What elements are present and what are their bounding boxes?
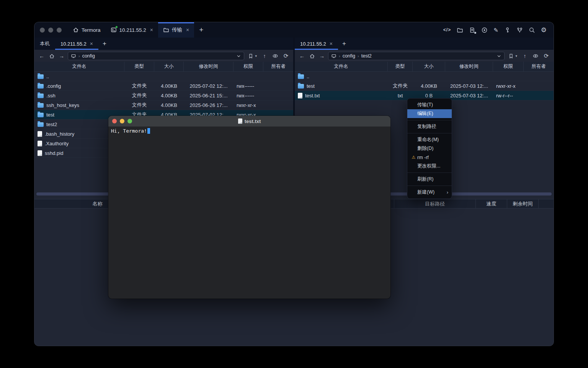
new-pane-tab-button[interactable]: +	[98, 38, 111, 50]
file-row-.config[interactable]: .config文件夹4.00KB2025-07-02 12:...rwx----…	[34, 81, 293, 91]
back-icon[interactable]: ←	[298, 53, 306, 59]
cell-perms: rwxr-xr-x	[234, 100, 263, 110]
editor-content[interactable]: Hi, Termora!	[108, 127, 390, 135]
right-pane-tools: ▾ ↑ ⟳	[507, 53, 550, 59]
folder-icon[interactable]	[457, 27, 463, 33]
log-icon[interactable]	[469, 27, 475, 33]
forward-icon[interactable]: →	[318, 53, 326, 59]
bookmark-caret-icon[interactable]: ▾	[515, 54, 517, 58]
record-icon[interactable]	[481, 27, 488, 33]
close-icon[interactable]: ×	[90, 41, 93, 47]
close-window-button[interactable]	[112, 119, 117, 123]
settings-gear-icon[interactable]: ⚙	[541, 27, 547, 33]
cell-type: 文件夹	[124, 91, 154, 100]
forward-icon[interactable]: →	[58, 53, 65, 59]
app-tab-home[interactable]: Termora	[68, 22, 106, 38]
menu-item-label: 更改权限...	[417, 163, 440, 169]
path-bar[interactable]: › config	[68, 52, 244, 60]
menu-item-rm-rf[interactable]: ⚠rm -rf	[407, 153, 452, 162]
column-header-perms[interactable]: 权限	[234, 62, 263, 71]
column-header-size[interactable]: 大小	[154, 62, 184, 71]
bookmark-caret-icon[interactable]: ▾	[255, 54, 257, 58]
transfer-column-speed[interactable]: 速度	[476, 199, 507, 208]
column-header-mtime[interactable]: 修改时间	[445, 62, 493, 71]
menu-item-重命名-M-[interactable]: 重命名(M)	[407, 135, 452, 144]
upload-icon[interactable]: ↑	[521, 53, 529, 59]
home-icon[interactable]	[308, 53, 316, 59]
close-icon[interactable]: ×	[330, 41, 333, 47]
show-hidden-eye-icon[interactable]	[272, 53, 278, 59]
edit-icon[interactable]: ✎	[493, 27, 498, 33]
column-header-type[interactable]: 类型	[124, 62, 154, 71]
menu-item-新建-W-[interactable]: 新建(W)›	[407, 188, 452, 197]
back-icon[interactable]: ←	[38, 53, 46, 59]
file-icon	[38, 131, 42, 137]
menu-item-复制路径[interactable]: 复制路径	[407, 122, 452, 131]
menu-item-删除-D-[interactable]: 删除(D)	[407, 144, 452, 153]
editor-titlebar[interactable]: test.txt	[108, 116, 390, 127]
keychain-icon[interactable]	[516, 27, 523, 33]
breadcrumb-segment[interactable]: config	[82, 53, 95, 59]
app-tab-label: 10.211.55.2	[119, 27, 146, 33]
pane-tab-local[interactable]: 本机	[34, 38, 55, 50]
show-hidden-eye-icon[interactable]	[532, 53, 539, 59]
breadcrumb-segment[interactable]: test2	[361, 53, 372, 59]
menu-item-编辑-E-[interactable]: 编辑(E)	[407, 109, 452, 118]
refresh-icon[interactable]: ⟳	[542, 53, 550, 59]
app-tab-host[interactable]: 10.211.55.2 ×	[106, 22, 158, 38]
pane-tab-remote[interactable]: 10.211.55.2 ×	[295, 38, 338, 50]
file-row-..[interactable]: ..	[34, 72, 293, 81]
connection-status-dot	[115, 26, 118, 28]
file-row-test[interactable]: test文件夹4.00KB2025-07-03 12:...rwxr-xr-x	[295, 81, 554, 91]
cell-owner	[263, 72, 293, 81]
column-header-type[interactable]: 类型	[388, 62, 413, 71]
chevron-down-icon[interactable]	[236, 54, 241, 59]
maximize-window-button[interactable]	[57, 28, 62, 33]
column-header-size[interactable]: 大小	[413, 62, 445, 71]
transfer-column-time-left[interactable]: 剩余时间	[507, 199, 539, 208]
window-controls	[34, 28, 68, 33]
bookmark-icon[interactable]	[248, 53, 253, 59]
refresh-icon[interactable]: ⟳	[282, 53, 290, 59]
pane-tab-remote[interactable]: 10.211.55.2 ×	[55, 38, 98, 50]
right-pane-toolbar: ← → › config › test2	[295, 50, 554, 62]
path-bar[interactable]: › config › test2	[328, 52, 505, 60]
menu-separator	[407, 172, 452, 173]
home-icon[interactable]	[48, 53, 56, 59]
file-row-.ssh[interactable]: .ssh文件夹4.00KB2025-06-21 15:...rwx------	[34, 91, 293, 100]
breadcrumb-segment[interactable]: config	[343, 53, 355, 59]
bookmark-icon[interactable]	[508, 53, 514, 59]
upload-icon[interactable]: ↑	[261, 53, 268, 59]
file-row-..[interactable]: ..	[295, 72, 554, 81]
column-header-owner[interactable]: 所有者	[263, 62, 293, 71]
file-name: test.txt	[305, 93, 320, 99]
cell-name: .ssh	[34, 91, 124, 100]
new-tab-button[interactable]: +	[194, 26, 208, 34]
app-tab-transfer[interactable]: 传输 ×	[158, 22, 194, 38]
pane-tab-label: 10.211.55.2	[60, 41, 87, 47]
column-header-name[interactable]: 文件名	[295, 62, 388, 71]
maximize-window-button[interactable]	[127, 119, 132, 123]
minimize-window-button[interactable]	[48, 28, 53, 33]
cell-perms: rwx------	[234, 91, 263, 100]
key-icon[interactable]	[504, 27, 511, 33]
column-header-mtime[interactable]: 修改时间	[184, 62, 234, 71]
column-header-perms[interactable]: 权限	[493, 62, 524, 71]
column-header-owner[interactable]: 所有者	[524, 62, 554, 71]
new-pane-tab-button[interactable]: +	[338, 38, 350, 50]
close-window-button[interactable]	[40, 28, 45, 33]
menu-item-传输-T-[interactable]: 传输(T)	[407, 100, 452, 109]
menu-item-刷新-R-[interactable]: 刷新(R)	[407, 175, 452, 184]
file-row-ssh_host_keys[interactable]: ssh_host_keys文件夹4.00KB2025-06-26 17:...r…	[34, 100, 293, 110]
column-header-name[interactable]: 文件名	[34, 62, 124, 71]
code-icon[interactable]: </>	[443, 27, 451, 33]
transfer-column-target-path[interactable]: 目标路径	[394, 199, 476, 208]
search-icon[interactable]	[529, 27, 535, 33]
chevron-down-icon[interactable]	[497, 54, 501, 59]
folder-icon	[38, 84, 44, 89]
minimize-window-button[interactable]	[120, 119, 124, 123]
close-icon[interactable]: ×	[186, 27, 189, 33]
close-icon[interactable]: ×	[150, 27, 153, 33]
editor-text: Hi, Termora!	[111, 128, 147, 134]
menu-item-更改权限-[interactable]: 更改权限...	[407, 162, 452, 171]
